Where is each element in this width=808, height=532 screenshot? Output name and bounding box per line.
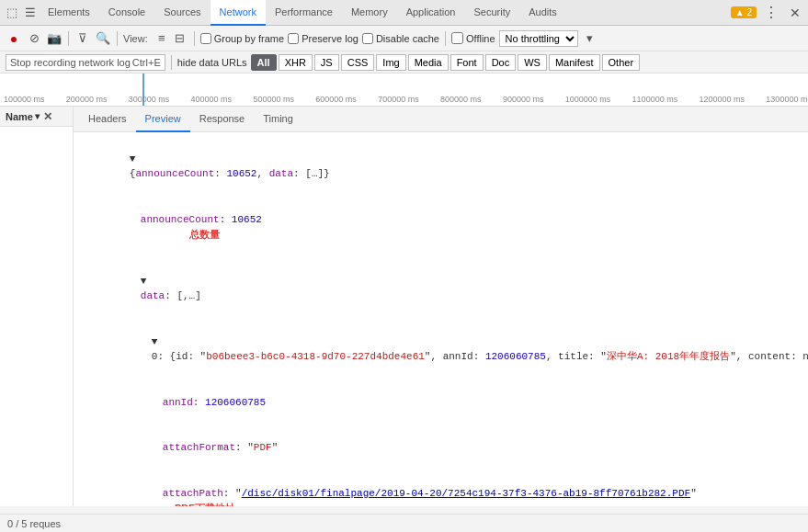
right-panel: Headers Preview Response Timing ▼ {annou… (74, 107, 808, 506)
disable-cache-label: Disable cache (376, 33, 439, 44)
inspect-icon[interactable]: ⬚ (4, 5, 20, 21)
announce-count-value: 10652 (232, 214, 262, 225)
more-options-icon[interactable]: ⋮ (760, 4, 782, 21)
root-toggle[interactable]: ▼ (130, 153, 136, 164)
device-icon[interactable]: ☰ (22, 5, 39, 21)
clear-panel-btn[interactable]: ✕ (43, 110, 52, 123)
list-view-icon[interactable]: ≡ (154, 30, 170, 47)
record-button[interactable]: ● (6, 30, 22, 47)
filter-other-btn[interactable]: Other (602, 54, 641, 71)
item0-toggle[interactable]: ▼ (152, 336, 158, 347)
throttle-dropdown-icon[interactable]: ▾ (582, 30, 598, 47)
tab-performance[interactable]: Performance (266, 0, 342, 26)
item0-attachpath-key: attachPath (163, 488, 223, 499)
json-root-content: {announceCount: 10652, data: […]} (130, 168, 330, 179)
item0-annId: 1206060785 (485, 351, 546, 362)
filter-font-btn[interactable]: Font (450, 54, 484, 71)
network-toolbar: ● ⊘ 📷 ⊽ 🔍 View: ≡ ⊟ Group by frame Prese… (0, 26, 808, 51)
group-by-frame-option[interactable]: Group by frame (200, 33, 284, 44)
filter-toolbar: Stop recording network log Ctrl+E hide d… (0, 51, 808, 74)
tab-application[interactable]: Application (397, 0, 465, 26)
status-text: 0 / 5 reques (7, 518, 61, 529)
stop-button[interactable]: ⊘ (26, 30, 42, 47)
tab-elements[interactable]: Elements (39, 0, 99, 26)
tab-audits[interactable]: Audits (519, 0, 566, 26)
detail-tabs: Headers Preview Response Timing (74, 107, 808, 132)
tab-console[interactable]: Console (99, 0, 154, 26)
json-announce-count-line: announceCount: 10652 总数量 (81, 197, 801, 258)
offline-checkbox[interactable] (451, 32, 463, 44)
left-panel: Name ▾ ✕ (0, 107, 74, 506)
filter-img-btn[interactable]: Img (376, 54, 405, 71)
separator-4 (445, 31, 446, 46)
filter-ws-btn[interactable]: WS (518, 54, 547, 71)
preserve-log-option[interactable]: Preserve log (288, 33, 358, 44)
offline-option[interactable]: Offline (451, 32, 495, 44)
disable-cache-checkbox[interactable] (362, 33, 373, 44)
timeline-label-9: 900000 ms (503, 95, 544, 104)
filter-css-btn[interactable]: CSS (341, 54, 375, 71)
timeline-label-13: 1300000 ms (766, 95, 808, 104)
tab-preview[interactable]: Preview (136, 107, 190, 132)
sort-icon: ▾ (35, 111, 40, 121)
throttle-select[interactable]: No throttling (499, 30, 578, 47)
filter-all-btn[interactable]: All (251, 54, 277, 71)
filter-doc-btn[interactable]: Doc (485, 54, 517, 71)
timeline-label-2: 200000 ms (66, 95, 108, 104)
status-bar: 0 / 5 reques (0, 514, 808, 532)
tab-response[interactable]: Response (190, 107, 255, 132)
tab-security[interactable]: Security (464, 0, 519, 26)
timeline-label-8: 800000 ms (440, 95, 482, 104)
timeline-label-6: 600000 ms (315, 95, 357, 104)
item0-attachpath-val: /disc/disk01/finalpage/2019-04-20/7254c1… (242, 488, 690, 499)
data-key: data (141, 290, 165, 301)
json-preview-panel[interactable]: ▼ {announceCount: 10652, data: […]} anno… (74, 132, 808, 506)
item0-attachformat-val: PDF (254, 442, 272, 453)
filter-js-btn[interactable]: JS (314, 54, 339, 71)
name-column-header: Name (6, 111, 33, 122)
tab-network[interactable]: Network (211, 0, 266, 26)
hide-data-urls-label: hide data URLs (177, 57, 247, 68)
tab-timing[interactable]: Timing (254, 107, 302, 132)
tab-sources[interactable]: Sources (154, 0, 210, 26)
offline-label: Offline (466, 33, 495, 44)
separator-3 (194, 31, 195, 46)
view-icons: ≡ ⊟ (154, 30, 188, 47)
filter-media-btn[interactable]: Media (408, 54, 449, 71)
timeline-label-1: 100000 ms (4, 95, 45, 104)
filter-xhr-btn[interactable]: XHR (279, 54, 313, 71)
stop-recording-label: Stop recording network log (10, 57, 131, 68)
stop-recording-shortcut: Ctrl+E (132, 57, 161, 68)
timeline-labels: 100000 ms 200000 ms 300000 ms 400000 ms … (4, 95, 808, 104)
left-panel-header: Name ▾ ✕ (0, 107, 73, 127)
timeline-label-10: 1000000 ms (565, 95, 611, 104)
item0-id: b06beee3-b6c0-4318-9d70-227d4bde4e61 (206, 351, 425, 362)
main-tab-bar: ⬚ ☰ Elements Console Sources Network Per… (0, 0, 808, 26)
group-by-frame-checkbox[interactable] (200, 33, 211, 44)
timeline-label-3: 300000 ms (129, 95, 170, 104)
timeline-label-4: 400000 ms (191, 95, 233, 104)
tab-bar-right: ▲ 2 ⋮ ✕ (731, 4, 804, 21)
disable-cache-option[interactable]: Disable cache (362, 33, 439, 44)
json-root-line: ▼ {announceCount: 10652, data: […]} (81, 136, 801, 197)
group-by-frame-label: Group by frame (214, 33, 284, 44)
warning-badge: ▲ 2 (731, 6, 757, 18)
timeline-label-12: 1200000 ms (699, 95, 745, 104)
close-devtools-icon[interactable]: ✕ (786, 6, 804, 20)
stop-recording-btn[interactable]: Stop recording network log Ctrl+E (6, 54, 165, 71)
tree-view-icon[interactable]: ⊟ (172, 30, 188, 47)
preserve-log-checkbox[interactable] (288, 33, 299, 44)
announce-annotation: 总数量 (189, 229, 220, 240)
timeline-label-7: 700000 ms (378, 95, 419, 104)
tab-headers[interactable]: Headers (79, 107, 136, 132)
data-toggle[interactable]: ▼ (141, 276, 147, 287)
separator-1 (68, 31, 69, 46)
filter-manifest-btn[interactable]: Manifest (549, 54, 600, 71)
search-button[interactable]: 🔍 (95, 30, 111, 47)
tab-memory[interactable]: Memory (342, 0, 397, 26)
json-data-line: ▼ data: [,…] (81, 258, 801, 319)
camera-button[interactable]: 📷 (46, 30, 63, 47)
view-label: View: (123, 33, 148, 44)
filter-button[interactable]: ⊽ (74, 30, 91, 47)
json-item0-line: ▼ 0: {id: "b06beee3-b6c0-4318-9d70-227d4… (81, 319, 801, 379)
